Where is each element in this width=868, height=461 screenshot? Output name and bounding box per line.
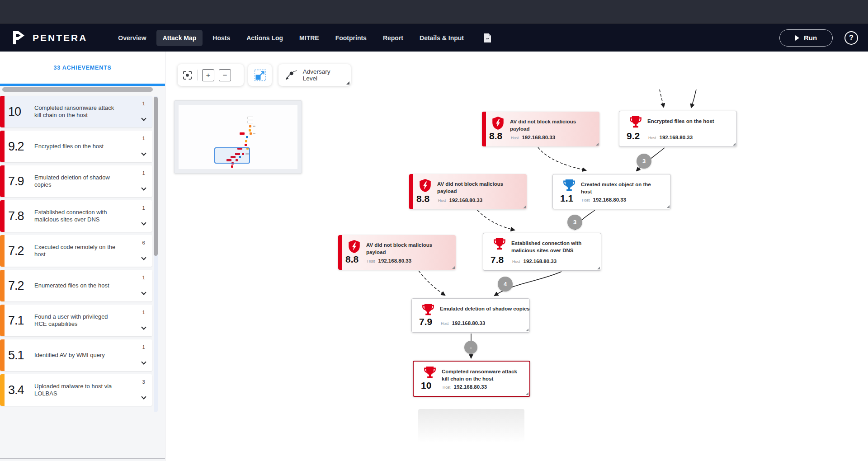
nav-item-details-input[interactable]: Details & Input xyxy=(413,30,470,46)
dropdown-corner-handle xyxy=(346,81,349,85)
pentera-logo-icon xyxy=(11,30,27,46)
node-resize-handle xyxy=(523,206,526,208)
collapse-badge[interactable]: - xyxy=(464,341,477,354)
shield-icon xyxy=(348,240,360,255)
node-host: Host 192.168.80.33 xyxy=(438,198,482,203)
map-node-encrypted-files[interactable]: Encrypted files on the host 9.2 Host 192… xyxy=(619,111,737,147)
nav-item-report[interactable]: Report xyxy=(377,30,410,46)
achievement-score: 7.1 xyxy=(8,314,32,328)
minimap-node-dot xyxy=(249,125,251,127)
severity-bar xyxy=(0,270,5,301)
achievement-item[interactable]: 7.2 Executed code remotely on the host 6 xyxy=(0,235,152,267)
map-node-shadow-copies[interactable]: Emulated deletion of shadow copies 7.9 H… xyxy=(411,298,530,333)
achievement-score: 9.2 xyxy=(8,140,32,154)
nav-item-hosts[interactable]: Hosts xyxy=(206,30,236,46)
achievement-item[interactable]: 5.1 Identified AV by WMI query 1 xyxy=(0,339,152,371)
map-node-ransomware-kill-chain[interactable]: Completed ransomware attack kill chain o… xyxy=(413,361,530,397)
node-host: Host 192.168.80.33 xyxy=(441,320,485,326)
achievement-score: 7.9 xyxy=(8,174,32,188)
achievement-item[interactable]: 10 Completed ransomware attack kill chai… xyxy=(0,96,152,127)
help-icon[interactable]: ? xyxy=(844,31,858,45)
chevron-down-icon[interactable] xyxy=(141,325,146,329)
nav-item-attack-map[interactable]: Attack Map xyxy=(156,30,203,46)
node-title: Completed ransomware attack kill chain o… xyxy=(442,368,518,382)
node-host: Host 192.168.80.33 xyxy=(648,135,693,140)
achievement-item[interactable]: 3.4 Uploaded malware to host via LOLBAS … xyxy=(0,374,152,406)
minimap-node-dot xyxy=(245,144,247,146)
nav-item-mitre[interactable]: MITRE xyxy=(293,30,326,46)
top-navbar: PENTERA Overview Attack Map Hosts Action… xyxy=(0,24,868,52)
achievement-label: Established connection with malicious si… xyxy=(34,209,121,224)
nav-item-actions-log[interactable]: Actions Log xyxy=(240,30,289,46)
achievement-item[interactable]: 7.8 Established connection with maliciou… xyxy=(0,200,152,232)
severity-bar xyxy=(0,131,5,162)
node-host: Host 192.168.80.33 xyxy=(582,197,626,202)
node-host: Host 192.168.80.33 xyxy=(443,384,487,390)
nav-item-footprints[interactable]: Footprints xyxy=(329,30,373,46)
achievement-score: 10 xyxy=(8,105,32,119)
severity-bar xyxy=(0,374,5,406)
pdf-document-icon xyxy=(484,33,491,43)
zoom-toolbar: + − xyxy=(178,64,244,86)
node-host: Host 192.168.80.33 xyxy=(367,258,411,263)
chevron-down-icon[interactable] xyxy=(141,220,146,225)
achievement-count: 3 xyxy=(142,379,145,385)
fit-to-screen-button[interactable] xyxy=(182,70,193,80)
map-node-av-block-3[interactable]: AV did not block malicious payload 8.8 H… xyxy=(338,235,456,270)
fading-node-placeholder xyxy=(418,409,524,449)
map-node-created-mutex[interactable]: Created mutex object on the host 1.1 Hos… xyxy=(552,174,671,209)
collapsed-count-badge[interactable]: 3 xyxy=(637,154,651,169)
chevron-down-icon[interactable] xyxy=(141,359,146,364)
minimap-node-dot xyxy=(245,140,247,142)
achievements-sidebar: 33 ACHIEVEMENTS 10 Completed ransomware … xyxy=(0,52,165,461)
zoom-out-button[interactable]: − xyxy=(219,69,231,81)
achievement-label: Uploaded malware to host via LOLBAS xyxy=(34,383,121,398)
map-node-malicious-dns[interactable]: Established connection with malicious si… xyxy=(483,233,601,271)
adversary-level-dropdown[interactable]: Adversary Level xyxy=(278,64,351,86)
vertical-scrollbar[interactable] xyxy=(154,97,158,256)
collapsed-count-badge[interactable]: 4 xyxy=(498,277,513,292)
horizontal-scrollbar[interactable] xyxy=(2,87,153,92)
achievement-label: Identified AV by WMI query xyxy=(34,352,121,359)
severity-bar xyxy=(0,339,5,371)
nav-item-overview[interactable]: Overview xyxy=(112,30,152,46)
chevron-down-icon[interactable] xyxy=(141,185,146,190)
toolbar-divider xyxy=(197,70,198,80)
severity-bar xyxy=(338,235,342,270)
run-button[interactable]: Run xyxy=(779,29,833,47)
map-node-av-block-1[interactable]: AV did not block malicious payload 8.8 H… xyxy=(482,112,599,146)
focus-icon xyxy=(182,70,193,80)
pentera-logo[interactable]: PENTERA xyxy=(11,30,87,46)
achievement-score: 5.1 xyxy=(8,348,32,362)
export-pdf-button[interactable] xyxy=(484,33,491,43)
minimap-node-dot xyxy=(240,132,245,135)
achievement-count: 1 xyxy=(142,136,145,141)
chevron-down-icon[interactable] xyxy=(141,255,146,260)
trophy-icon xyxy=(422,304,434,318)
sidebar-bottom-divider xyxy=(0,458,165,459)
achievement-item[interactable]: 9.2 Encrypted files on the host 1 xyxy=(0,131,152,162)
achievements-list: 10 Completed ransomware attack kill chai… xyxy=(0,96,165,409)
map-node-av-block-2[interactable]: AV did not block malicious payload 8.8 H… xyxy=(409,174,527,209)
attack-map-canvas[interactable]: + − Adversary Level xyxy=(165,52,868,461)
zoom-in-button[interactable]: + xyxy=(202,69,214,81)
collapsed-count-badge[interactable]: 3 xyxy=(567,215,582,230)
achievement-item[interactable]: 7.2 Enumerated files on the host 1 xyxy=(0,270,152,301)
minimap[interactable] xyxy=(174,100,302,174)
achievement-item[interactable]: 7.9 Emulated deletion of shadow copies 1 xyxy=(0,165,152,197)
chevron-down-icon[interactable] xyxy=(141,394,146,399)
node-score: 8.8 xyxy=(489,131,502,141)
chevron-down-icon[interactable] xyxy=(141,116,146,121)
shield-icon xyxy=(419,179,431,194)
achievement-item[interactable]: 7.1 Found a user with privileged RCE cap… xyxy=(0,305,152,336)
node-title: AV did not block malicious payload xyxy=(510,118,586,132)
chevron-down-icon[interactable] xyxy=(141,151,146,155)
achievement-score: 7.2 xyxy=(8,244,32,258)
chevron-down-icon[interactable] xyxy=(141,290,146,295)
achievement-count: 1 xyxy=(142,170,145,176)
minimap-viewport[interactable] xyxy=(214,147,250,164)
achievement-count: 1 xyxy=(142,205,145,211)
expand-selection-button[interactable] xyxy=(248,64,272,86)
node-title: Established connection with malicious si… xyxy=(511,240,587,254)
achievements-count-title: 33 ACHIEVEMENTS xyxy=(53,65,111,71)
